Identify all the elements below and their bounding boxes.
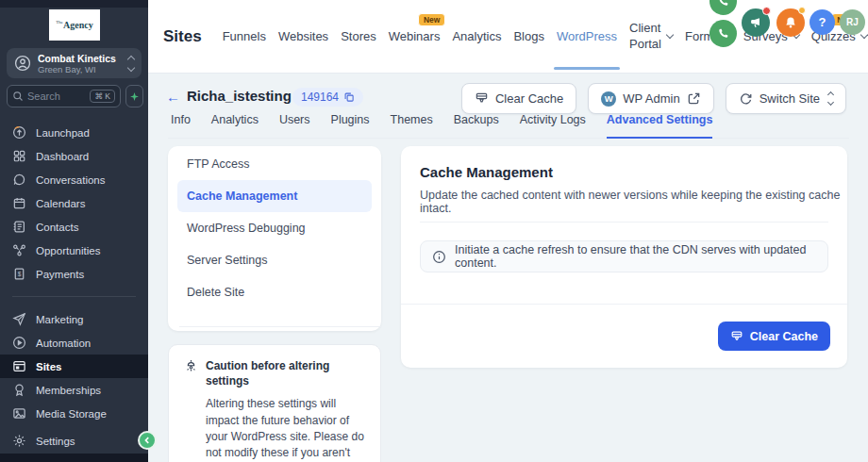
sidebar-settings: Settings bbox=[0, 429, 148, 453]
back-button[interactable]: ← bbox=[166, 89, 180, 105]
menu-item-cache-management[interactable]: Cache Management bbox=[177, 180, 372, 212]
notifications-button[interactable] bbox=[776, 8, 805, 37]
site-tab-backups[interactable]: Backups bbox=[454, 113, 499, 138]
site-tabs: Info Analytics Users Plugins Themes Back… bbox=[168, 113, 849, 139]
sidebar-search[interactable]: ⌘ K bbox=[7, 85, 121, 107]
sidebar-bottom-strip bbox=[0, 454, 148, 462]
account-location: Green Bay, WI bbox=[38, 64, 122, 74]
tab-blogs[interactable]: Blogs bbox=[513, 0, 544, 74]
bell-icon bbox=[784, 16, 797, 29]
cache-icon bbox=[730, 330, 743, 343]
account-name: Combat Kinetics bbox=[38, 53, 122, 64]
opportunities-icon bbox=[12, 243, 26, 257]
info-alert: Initiate a cache refresh to ensure that … bbox=[420, 240, 828, 272]
sidebar-item-label: Launchpad bbox=[36, 127, 90, 139]
gear-icon bbox=[12, 434, 26, 448]
sidebar-item-payments[interactable]: $ Payments bbox=[0, 262, 148, 286]
contacts-icon bbox=[12, 220, 26, 234]
panel-description: Update the cached content with newer ver… bbox=[420, 189, 847, 215]
megaphone-icon bbox=[749, 16, 762, 29]
sidebar-menu: Launchpad Dashboard Conversations Calend… bbox=[0, 121, 148, 421]
sidebar-item-sites[interactable]: Sites bbox=[0, 355, 148, 378]
sidebar-item-automation[interactable]: Automation bbox=[0, 331, 148, 355]
sidebar-item-label: Opportunities bbox=[36, 245, 100, 256]
agency-logo-prefix: The bbox=[56, 20, 63, 25]
site-tab-advanced-settings[interactable]: Advanced Settings bbox=[607, 113, 713, 139]
tab-client-portal[interactable]: Client Portal bbox=[629, 0, 673, 74]
switch-site-button[interactable]: Switch Site bbox=[726, 83, 846, 114]
menu-item-delete-site[interactable]: Delete Site bbox=[168, 276, 381, 308]
tab-wordpress[interactable]: WordPress bbox=[557, 0, 617, 74]
sidebar-item-conversations[interactable]: Conversations bbox=[0, 168, 148, 191]
page-title: Sites bbox=[163, 27, 202, 46]
sidebar-item-media-storage[interactable]: Media Storage bbox=[0, 402, 148, 421]
paper-plane-icon bbox=[12, 312, 26, 326]
clear-cache-header-button[interactable]: Clear Cache bbox=[461, 83, 576, 114]
site-id-badge[interactable]: 149164 bbox=[292, 88, 363, 107]
new-badge: New bbox=[418, 13, 445, 26]
site-tab-users[interactable]: Users bbox=[279, 113, 310, 138]
help-button[interactable]: ? bbox=[810, 9, 835, 35]
cache-management-panel: Cache Management Update the cached conte… bbox=[401, 146, 847, 368]
panel-divider bbox=[420, 222, 828, 223]
calendar-icon bbox=[12, 196, 26, 210]
sidebar-item-label: Memberships bbox=[36, 385, 101, 396]
sidebar-item-calendars[interactable]: Calendars bbox=[0, 191, 148, 215]
site-id: 149164 bbox=[301, 91, 339, 104]
sidebar-item-label: Dashboard bbox=[36, 151, 89, 162]
tab-funnels[interactable]: Funnels bbox=[223, 0, 266, 74]
tab-analytics[interactable]: Analytics bbox=[452, 0, 501, 74]
tab-label: Websites bbox=[278, 29, 328, 43]
wp-admin-button[interactable]: W WP Admin bbox=[588, 83, 713, 114]
user-avatar[interactable]: RJ bbox=[840, 9, 865, 35]
wordpress-logo-icon: W bbox=[601, 91, 616, 107]
tab-websites[interactable]: Websites bbox=[278, 0, 328, 74]
site-tab-plugins[interactable]: Plugins bbox=[331, 113, 370, 138]
avatar-initials: RJ bbox=[846, 17, 859, 27]
site-tab-info[interactable]: Info bbox=[171, 113, 191, 138]
search-icon bbox=[12, 91, 24, 102]
sidebar-item-label: Settings bbox=[36, 436, 75, 447]
menu-item-server-settings[interactable]: Server Settings bbox=[168, 244, 381, 276]
button-label: Switch Site bbox=[760, 91, 820, 106]
account-info: Combat Kinetics Green Bay, WI bbox=[38, 53, 122, 74]
phone-icon bbox=[717, 0, 729, 8]
tab-label: Funnels bbox=[223, 29, 266, 43]
menu-item-wordpress-debugging[interactable]: WordPress Debugging bbox=[168, 212, 381, 244]
site-tab-analytics[interactable]: Analytics bbox=[211, 113, 259, 138]
site-tab-activity-logs[interactable]: Activity Logs bbox=[520, 113, 586, 138]
selector-chevrons-icon bbox=[828, 92, 833, 105]
sidebar-item-marketing[interactable]: Marketing bbox=[0, 307, 148, 331]
menu-divider bbox=[179, 326, 381, 327]
account-switcher[interactable]: Combat Kinetics Green Bay, WI bbox=[7, 48, 142, 78]
tab-webinars[interactable]: WebinarsNew bbox=[389, 0, 441, 74]
site-tab-themes[interactable]: Themes bbox=[391, 113, 433, 138]
call-phone-button[interactable] bbox=[709, 20, 737, 47]
question-mark-icon: ? bbox=[819, 15, 826, 29]
site-header-actions: Clear Cache W WP Admin Switch Site bbox=[461, 83, 846, 114]
menu-item-ftp-access[interactable]: FTP Access bbox=[168, 148, 381, 180]
sidebar-collapse-button[interactable] bbox=[138, 431, 157, 450]
button-label: WP Admin bbox=[623, 91, 679, 106]
copy-icon bbox=[343, 91, 355, 103]
sidebar: TheAgency Combat Kinetics Green Bay, WI … bbox=[0, 0, 148, 462]
sidebar-item-dashboard[interactable]: Dashboard bbox=[0, 144, 148, 168]
chevron-left-icon bbox=[142, 436, 152, 445]
sidebar-item-contacts[interactable]: Contacts bbox=[0, 215, 148, 239]
search-input[interactable] bbox=[27, 91, 86, 102]
announcements-button[interactable] bbox=[742, 8, 770, 37]
sidebar-item-opportunities[interactable]: Opportunities bbox=[0, 239, 148, 262]
tab-label: Webinars bbox=[389, 29, 441, 43]
sidebar-item-settings[interactable]: Settings bbox=[0, 429, 148, 453]
chat-bubble-icon bbox=[12, 173, 26, 187]
sidebar-item-memberships[interactable]: Memberships bbox=[0, 378, 148, 402]
app-root: TheAgency Combat Kinetics Green Bay, WI … bbox=[0, 0, 868, 462]
button-label: Clear Cache bbox=[750, 330, 818, 343]
info-icon bbox=[432, 250, 446, 264]
tab-stores[interactable]: Stores bbox=[341, 0, 376, 74]
cache-icon bbox=[475, 91, 489, 106]
sidebar-item-launchpad[interactable]: Launchpad bbox=[0, 121, 148, 144]
launchpad-icon bbox=[12, 125, 26, 140]
clear-cache-button[interactable]: Clear Cache bbox=[718, 322, 830, 351]
quick-actions-button[interactable] bbox=[125, 85, 143, 107]
